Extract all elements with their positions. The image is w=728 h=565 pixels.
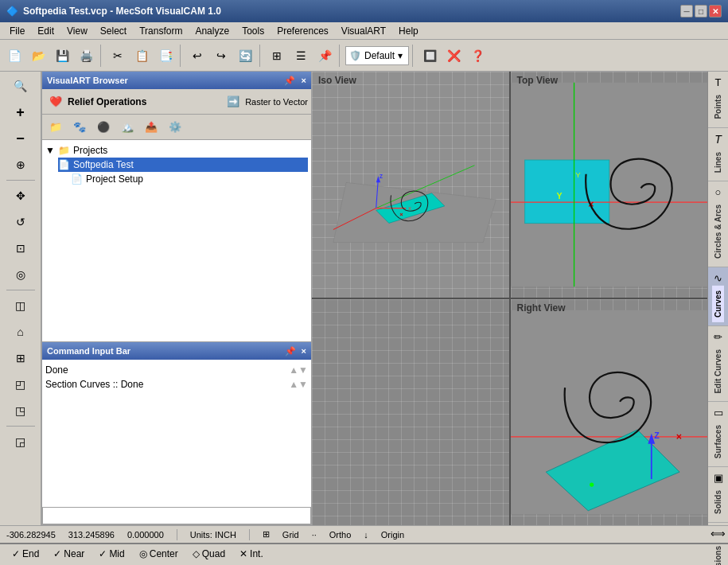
relief-ops-icon[interactable]: ❤️ (45, 92, 66, 111)
settings-button[interactable]: ⚙️ (165, 118, 185, 137)
snap-near[interactable]: ✓ Near (48, 546, 90, 562)
menu-view[interactable]: View (60, 24, 94, 38)
pan-button[interactable]: ✥ (6, 183, 35, 208)
cmd-scroll-1: ▲▼ (289, 364, 308, 376)
export-button[interactable]: 📤 (141, 118, 162, 137)
refresh-button[interactable]: 🔄 (234, 45, 256, 67)
copy-button[interactable]: 📋 (130, 45, 153, 67)
snap-end[interactable]: ✓ End (6, 546, 45, 562)
cmd-pin-button[interactable]: 📌 (285, 346, 296, 356)
minimize-button[interactable]: ─ (680, 5, 693, 18)
project-setup-node[interactable]: 📄 Project Setup (71, 172, 308, 186)
menu-analyze[interactable]: Analyze (189, 24, 236, 38)
terrain-button[interactable]: 🏔️ (117, 118, 138, 137)
project-setup-indent: 📄 Project Setup (58, 172, 308, 186)
undo-button[interactable]: ↩ (186, 45, 208, 67)
snap-mid[interactable]: ✓ Mid (93, 546, 130, 562)
pin-button[interactable]: 📌 (313, 45, 336, 67)
front-view-button[interactable]: ◫ (6, 293, 35, 318)
grid-label[interactable]: Grid (282, 530, 299, 540)
redo-button[interactable]: ↪ (210, 45, 232, 67)
material-dropdown[interactable]: 🛡️ Default ▾ (345, 46, 409, 65)
dimensions-tab[interactable]: Dimensions (712, 541, 724, 565)
surfaces-tab[interactable]: Surfaces (712, 420, 724, 463)
sphere-button[interactable]: ⚫ (93, 118, 114, 137)
iso-viewport-label: Iso View (318, 75, 356, 86)
zoom-out-button[interactable]: − (6, 126, 35, 151)
snap-int[interactable]: ✕ Int. (234, 546, 269, 562)
cmd-input-field[interactable] (42, 507, 311, 524)
menu-visualart[interactable]: VisualART (335, 24, 392, 38)
points-tab[interactable]: Points (712, 90, 724, 124)
list-button[interactable]: ☰ (290, 45, 312, 67)
menu-tools[interactable]: Tools (236, 24, 271, 38)
top-viewport[interactable]: Top View Y × (511, 72, 708, 298)
circles-tab[interactable]: Circles & Arcs (712, 200, 724, 263)
zoom-button[interactable]: 🔍 (6, 73, 35, 99)
right-viewport[interactable]: Right View × Z (511, 299, 708, 525)
close-button[interactable]: ✕ (709, 5, 722, 18)
projects-node[interactable]: ▼ 📁 Projects (45, 143, 308, 158)
tb-separator-3 (259, 45, 263, 67)
iso-view-button[interactable]: ◳ (6, 398, 35, 423)
snap-center[interactable]: ◎ Center (134, 546, 184, 562)
box-view-button[interactable]: ⊞ (6, 345, 35, 371)
paste-button[interactable]: 📑 (154, 45, 177, 67)
iso-viewport[interactable]: Iso View (312, 72, 511, 298)
rotate-button[interactable]: ↺ (6, 209, 35, 235)
menu-file[interactable]: File (3, 24, 31, 38)
surfaces-tab-group: ▭ Surfaces (708, 402, 728, 467)
grid-button[interactable]: ⊞ (266, 45, 288, 67)
snap-int-icon: ✕ (239, 548, 247, 559)
home-view-button[interactable]: ⌂ (6, 319, 35, 345)
menu-transform[interactable]: Transform (133, 24, 189, 38)
snap-quad[interactable]: ◇ Quad (187, 546, 231, 562)
setup-icon: 📄 (71, 173, 83, 185)
solids-tab[interactable]: Solids (712, 485, 724, 519)
origin-icon: ↓ (364, 530, 368, 540)
select-box-button[interactable]: ⊡ (6, 236, 35, 261)
paw-button[interactable]: 🐾 (69, 118, 90, 137)
vab-pin-button[interactable]: 📌 (284, 76, 295, 86)
print-button[interactable]: 🖨️ (75, 45, 97, 67)
cmd-header-controls: 📌 × (285, 346, 307, 357)
softpedia-test-node[interactable]: 📄 Softpedia Test (58, 158, 308, 172)
menu-help[interactable]: Help (392, 24, 425, 38)
menu-preferences[interactable]: Preferences (271, 24, 335, 38)
statusbar: -306.282945 313.245896 0.000000 Units: I… (0, 525, 728, 543)
four-view-button[interactable]: ◰ (6, 372, 35, 397)
menu-select[interactable]: Select (94, 24, 133, 38)
cut-button[interactable]: ✂ (107, 45, 129, 67)
new-folder-button[interactable]: 📁 (45, 118, 66, 137)
lines-tab[interactable]: Lines (712, 147, 724, 177)
vab-close-button[interactable]: × (302, 76, 306, 86)
grid-icon: ⊞ (263, 529, 270, 540)
help-button[interactable]: ❓ (466, 45, 489, 67)
lines-tab-group: T Lines (708, 128, 728, 181)
vab-header: VisualART Browser 📌 × (42, 72, 311, 89)
save-button[interactable]: 💾 (51, 45, 73, 67)
new-button[interactable]: 📄 (3, 45, 25, 67)
vab-subtoolbar: 📁 🐾 ⚫ 🏔️ 📤 ⚙️ (42, 115, 311, 140)
maximize-button[interactable]: □ (695, 5, 707, 18)
menu-edit[interactable]: Edit (31, 24, 60, 38)
raster-arrow-icon[interactable]: ➡️ (223, 92, 243, 111)
zoom-in-button[interactable]: + (6, 99, 35, 125)
cancel-button[interactable]: ❌ (442, 45, 465, 67)
origin-label[interactable]: Origin (381, 530, 404, 540)
snap-end-label: End (22, 548, 39, 559)
ortho-label[interactable]: Ortho (329, 530, 352, 540)
open-button[interactable]: 📂 (27, 45, 49, 67)
circles-icon: ○ (715, 186, 722, 198)
render-button[interactable]: 🔲 (419, 45, 441, 67)
bottom-left-viewport[interactable] (312, 299, 511, 525)
curves-tab[interactable]: Curves (712, 286, 724, 322)
zoom-fit-button[interactable]: ⊕ (6, 152, 35, 177)
tb-separator-2 (180, 45, 183, 67)
perspective-button[interactable]: ◲ (6, 429, 35, 454)
y-coord: 313.245896 (68, 530, 115, 540)
edit-curves-tab[interactable]: Edit Curves (712, 345, 724, 399)
select-circle-button[interactable]: ◎ (6, 262, 35, 287)
cmd-close-button[interactable]: × (302, 346, 306, 356)
svg-text:×: × (675, 431, 681, 442)
